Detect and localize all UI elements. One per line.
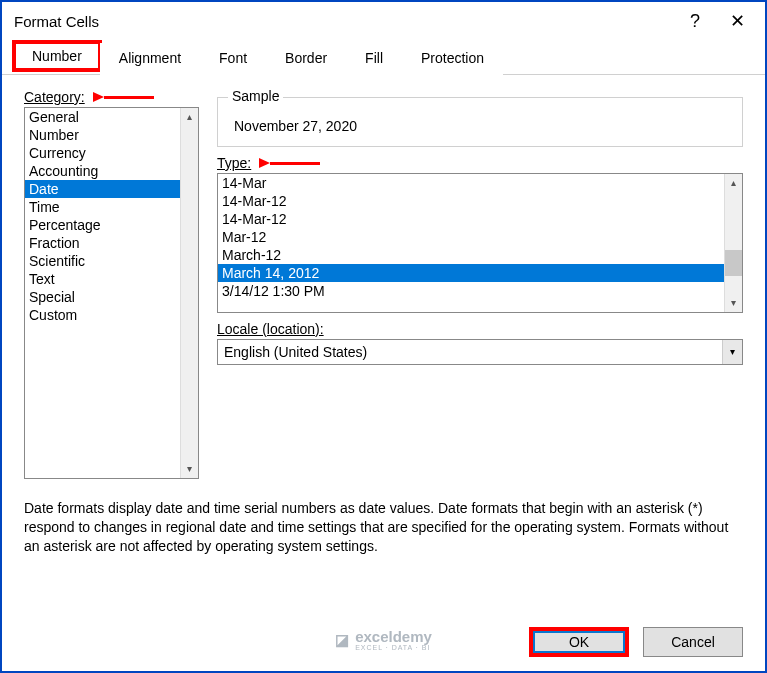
titlebar: Format Cells ? ✕: [2, 2, 765, 40]
category-item[interactable]: Fraction: [25, 234, 180, 252]
type-item[interactable]: March-12: [218, 246, 724, 264]
close-button[interactable]: ✕: [717, 6, 757, 36]
scroll-track[interactable]: [181, 126, 198, 460]
tab-font[interactable]: Font: [200, 43, 266, 75]
sample-value: November 27, 2020: [228, 114, 732, 136]
type-listbox[interactable]: 14-Mar 14-Mar-12 14-Mar-12 Mar-12 March-…: [217, 173, 743, 313]
category-item[interactable]: Scientific: [25, 252, 180, 270]
cancel-button[interactable]: Cancel: [643, 627, 743, 657]
watermark: ◪ exceldemy EXCEL · DATA · BI: [335, 629, 432, 651]
watermark-name: exceldemy: [355, 629, 432, 644]
watermark-sub: EXCEL · DATA · BI: [355, 644, 432, 651]
description-text: Date formats display date and time seria…: [24, 499, 743, 556]
type-item[interactable]: 14-Mar-12: [218, 210, 724, 228]
locale-combobox[interactable]: English (United States) ▾: [217, 339, 743, 365]
tab-number[interactable]: Number: [12, 40, 102, 72]
category-item[interactable]: Date: [25, 180, 180, 198]
scroll-up-icon[interactable]: ▴: [181, 108, 198, 126]
scroll-track[interactable]: [725, 192, 742, 294]
arrow-icon: [259, 158, 270, 168]
category-listbox[interactable]: General Number Currency Accounting Date …: [24, 107, 199, 479]
category-item[interactable]: Special: [25, 288, 180, 306]
scroll-thumb[interactable]: [725, 250, 742, 276]
tab-strip: Number Alignment Font Border Fill Protec…: [2, 42, 765, 75]
arrow-tail-icon: [104, 96, 154, 99]
arrow-icon: [93, 92, 104, 102]
type-item[interactable]: 3/14/12 1:30 PM: [218, 282, 724, 300]
arrow-tail-icon: [270, 162, 320, 165]
type-item[interactable]: 14-Mar-12: [218, 192, 724, 210]
format-cells-dialog: Format Cells ? ✕ Number Alignment Font B…: [0, 0, 767, 673]
category-item[interactable]: Custom: [25, 306, 180, 324]
category-item[interactable]: Number: [25, 126, 180, 144]
tab-border[interactable]: Border: [266, 43, 346, 75]
sample-box: Sample November 27, 2020: [217, 97, 743, 147]
category-item[interactable]: Currency: [25, 144, 180, 162]
logo-icon: ◪: [335, 631, 349, 649]
sample-label: Sample: [228, 88, 283, 104]
category-scrollbar[interactable]: ▴ ▾: [180, 108, 198, 478]
category-item[interactable]: Accounting: [25, 162, 180, 180]
type-label: Type:: [217, 155, 251, 171]
scroll-up-icon[interactable]: ▴: [725, 174, 742, 192]
category-panel: Category: General Number Currency Accoun…: [24, 89, 199, 479]
scroll-down-icon[interactable]: ▾: [725, 294, 742, 312]
locale-label: Locale (location):: [217, 321, 743, 337]
right-panel: Sample November 27, 2020 Type: 14-Mar 14…: [217, 89, 743, 479]
category-item[interactable]: Text: [25, 270, 180, 288]
type-scrollbar[interactable]: ▴ ▾: [724, 174, 742, 312]
scroll-down-icon[interactable]: ▾: [181, 460, 198, 478]
tab-protection[interactable]: Protection: [402, 43, 503, 75]
category-item[interactable]: Percentage: [25, 216, 180, 234]
ok-button[interactable]: OK: [529, 627, 629, 657]
content-area: Category: General Number Currency Accoun…: [2, 75, 765, 615]
dialog-title: Format Cells: [14, 13, 673, 30]
type-item[interactable]: Mar-12: [218, 228, 724, 246]
help-button[interactable]: ?: [675, 6, 715, 36]
type-item[interactable]: 14-Mar: [218, 174, 724, 192]
chevron-down-icon[interactable]: ▾: [722, 340, 742, 364]
locale-value: English (United States): [218, 344, 722, 360]
category-item[interactable]: General: [25, 108, 180, 126]
tab-alignment[interactable]: Alignment: [100, 43, 200, 75]
type-item[interactable]: March 14, 2012: [218, 264, 724, 282]
category-label: Category:: [24, 89, 85, 105]
tab-fill[interactable]: Fill: [346, 43, 402, 75]
category-item[interactable]: Time: [25, 198, 180, 216]
